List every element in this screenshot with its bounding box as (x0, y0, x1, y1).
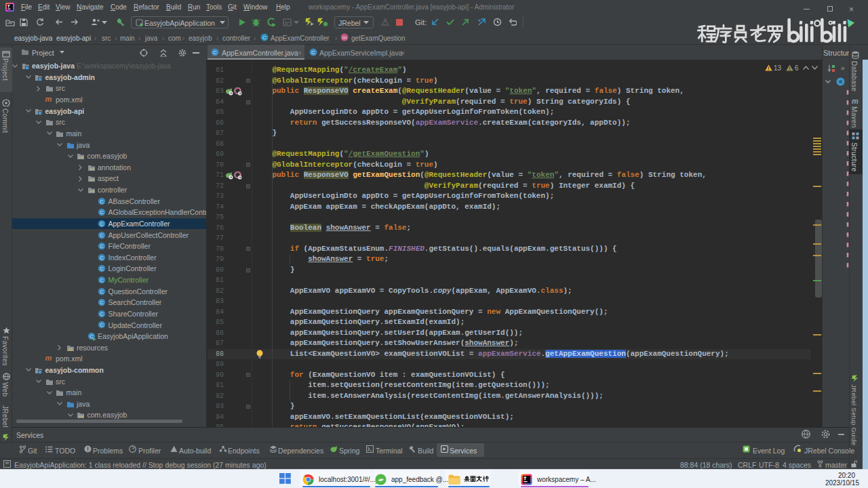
svg-text:C: C (100, 209, 104, 216)
svg-text:m: m (342, 35, 347, 41)
svg-text:C: C (262, 35, 267, 41)
svg-text:C: C (100, 254, 104, 260)
svg-text:C: C (100, 288, 104, 294)
svg-text:C: C (100, 232, 104, 238)
svg-text:C: C (100, 243, 104, 249)
svg-text:C: C (100, 198, 104, 204)
svg-text:C: C (100, 220, 104, 226)
svg-text:C: C (213, 49, 217, 56)
svg-text:C: C (311, 49, 315, 56)
svg-text:C: C (100, 277, 104, 283)
svg-text:C: C (100, 310, 104, 317)
svg-text:C: C (100, 266, 104, 272)
svg-text:C: C (100, 300, 104, 306)
svg-text:C: C (100, 322, 104, 328)
